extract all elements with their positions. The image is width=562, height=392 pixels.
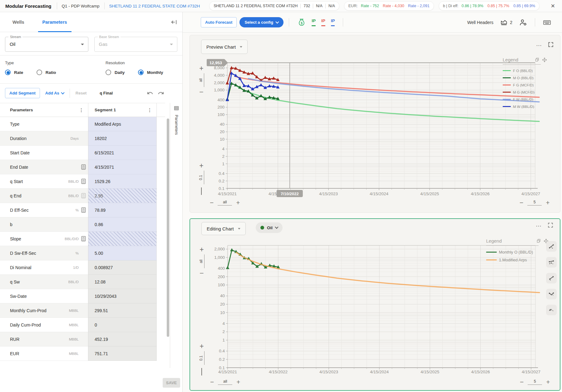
base-stream-select[interactable]: Base Stream Gas (94, 37, 178, 52)
legend-entry[interactable]: M G (MCF/D) (503, 89, 547, 96)
chart-options-icon[interactable]: ⋯ (536, 42, 542, 49)
segment-value-cell[interactable]: 12.08 (88, 275, 157, 289)
close-icon[interactable]: ✕ (549, 2, 557, 10)
zoom-in-icon[interactable]: + (236, 200, 240, 206)
segment-value-cell[interactable]: 0 (88, 318, 157, 332)
kebab-menu-icon[interactable]: ⋮ (147, 107, 152, 113)
radio-ratio[interactable]: Ratio (37, 70, 56, 75)
legend-entry[interactable]: 1.Modified Arps (486, 256, 549, 264)
tab-wells[interactable]: Wells (11, 12, 26, 32)
table-scrollbar[interactable] (167, 119, 169, 337)
legend-entry[interactable]: M O (BBL/D) (503, 74, 547, 81)
segment-tool-button-5[interactable] (546, 305, 557, 315)
calculator-icon[interactable] (79, 179, 88, 184)
segment-tool-button-1[interactable] (546, 241, 557, 252)
y-max-label: all (199, 259, 203, 263)
zoom-in-icon[interactable]: + (199, 65, 203, 71)
ip-badge[interactable]: IP (331, 18, 335, 26)
auto-forecast-button[interactable]: Auto Forecast (201, 17, 237, 27)
kebab-menu-icon[interactable]: ⋮ (79, 107, 84, 113)
legend-entry[interactable]: Monthly O (BBL/D) (486, 248, 549, 256)
editing-chart-selector[interactable]: Editing Chart (201, 222, 246, 235)
add-segment-button[interactable]: Add Segment (5, 88, 40, 98)
legend-entry[interactable]: F G (MCF/D) (503, 81, 547, 89)
tab-parameters[interactable]: Parameters (41, 12, 69, 32)
calculator-icon[interactable] (79, 207, 88, 213)
radio-monthly[interactable]: Monthly (138, 70, 163, 75)
well-name-link[interactable]: SHETLAND 11 2 FEDERAL STATE COM #732H (105, 4, 205, 8)
legend-entry-label: F W (BBL/D) (513, 98, 533, 101)
collapse-panel-icon[interactable] (170, 19, 177, 26)
calculator-icon[interactable] (79, 193, 88, 198)
segment-value-cell[interactable]: 2.95 (88, 189, 157, 203)
eur-rate-value: Rate - 752 (361, 4, 379, 8)
segment-value-cell[interactable]: 751.71 (88, 346, 157, 361)
zoom-in-icon[interactable]: + (236, 379, 240, 385)
zoom-in-icon[interactable]: + (200, 246, 204, 253)
segment-value-cell[interactable]: Modified Arps (88, 117, 157, 131)
fullscreen-icon[interactable] (548, 41, 554, 48)
segment-value-cell[interactable]: 0.008927 (88, 260, 157, 275)
side-tab-parameters[interactable]: Parameters (174, 115, 179, 135)
segment-value-cell[interactable]: 78.89 (88, 203, 157, 217)
segment-value-cell[interactable]: 18202 (88, 131, 157, 146)
zoom-out-icon[interactable]: − (200, 270, 204, 276)
segment-value-cell[interactable]: 10/29/2043 (88, 289, 157, 303)
segment-value-cell[interactable]: 4/15/2071 (88, 160, 157, 174)
parameter-name: D Eff-Sec (10, 208, 29, 213)
keyboard-shortcuts-icon[interactable] (543, 18, 551, 27)
reset-button[interactable]: Reset (76, 91, 86, 95)
drag-handle[interactable] (201, 368, 202, 375)
save-button[interactable]: SAVE (163, 378, 180, 388)
fullscreen-icon[interactable] (547, 222, 554, 228)
segment-tool-button-3[interactable] (546, 273, 557, 283)
segment-value-cell[interactable]: 1529.26 (88, 174, 157, 189)
chart-count-button[interactable]: 2 (500, 19, 512, 26)
preview-chart-selector[interactable]: Preview Chart (201, 40, 248, 54)
segment-value-cell[interactable]: 299.51 (88, 303, 157, 318)
segment-value-cell[interactable]: 5.00 (88, 246, 157, 260)
divider (313, 4, 313, 8)
segment-value-cell[interactable]: 6/15/2021 (88, 146, 157, 160)
drag-handle[interactable] (201, 187, 202, 195)
redo-icon[interactable] (158, 90, 164, 96)
zoom-out-icon[interactable]: − (210, 379, 214, 385)
ip-badge[interactable]: IP (321, 18, 325, 26)
zoom-out-icon[interactable]: − (199, 89, 203, 95)
type-resolution-row: Type Rate Ratio Resolution Daily (0, 56, 182, 83)
calculator-icon[interactable] (79, 164, 88, 170)
zoom-in-icon[interactable]: + (200, 343, 204, 349)
stream-chip-oil[interactable]: Oil (256, 222, 283, 233)
zoom-in-icon[interactable]: + (546, 200, 550, 206)
calculator-icon[interactable] (79, 236, 88, 241)
legend-entry[interactable]: M W (BBL/D) (503, 103, 547, 110)
user-settings-icon[interactable] (519, 18, 527, 27)
copy-legend-icon[interactable] (535, 57, 540, 62)
segment-tool-button-2[interactable] (546, 257, 557, 268)
stream-select[interactable]: Stream Oil (5, 37, 88, 52)
segment-tool-button-4[interactable] (546, 289, 557, 299)
zoom-out-icon[interactable]: − (520, 379, 524, 385)
legend-entry[interactable]: F O (BBL/D) (503, 67, 547, 74)
undo-icon[interactable] (147, 90, 153, 96)
legend-entry[interactable]: F W (BBL/D) (503, 96, 547, 103)
zoom-in-icon[interactable]: + (199, 162, 203, 169)
select-config-button[interactable]: Select a config (239, 17, 283, 27)
zoom-in-icon[interactable]: + (546, 379, 550, 385)
q-final-button[interactable]: q Final (100, 91, 113, 95)
copy-legend-icon[interactable] (536, 239, 541, 244)
move-legend-icon[interactable] (542, 57, 547, 62)
segment-value-cell[interactable] (88, 232, 157, 246)
ip-badge[interactable]: IP (312, 18, 316, 26)
radio-circle (138, 70, 144, 75)
add-as-button[interactable]: Add As (45, 91, 64, 95)
grid-view-icon[interactable] (174, 105, 179, 111)
zoom-out-icon[interactable]: − (210, 200, 214, 206)
radio-daily[interactable]: Daily (106, 70, 125, 75)
segment-value-cell[interactable]: 0.86 (88, 217, 157, 232)
economics-money-bag-icon[interactable]: $ (298, 18, 306, 27)
radio-rate[interactable]: Rate (5, 70, 23, 75)
chart-options-icon[interactable]: ⋯ (536, 223, 542, 230)
segment-value-cell[interactable]: 452.19 (88, 332, 157, 346)
zoom-out-icon[interactable]: − (520, 200, 523, 206)
